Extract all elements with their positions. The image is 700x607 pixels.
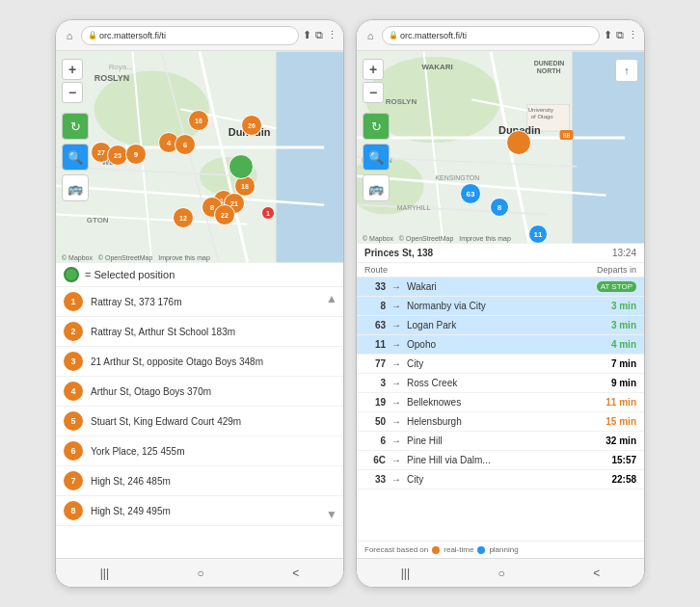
right-url-text: orc.mattersoft.fi/ti [400, 31, 467, 40]
marker-12: 12 [173, 207, 194, 228]
stop-number-1: 1 [64, 292, 83, 311]
current-time: 13:24 [612, 248, 636, 258]
right-share-icon[interactable]: ⬆ [604, 29, 612, 41]
stop-item-1[interactable]: 1 Rattray St, 373 176m [56, 287, 343, 317]
route-num-6: 6 [364, 435, 386, 446]
arrow-8: → [391, 301, 401, 311]
svg-text:KENSINGTON: KENSINGTON [435, 174, 479, 181]
route-num-19: 19 [364, 397, 386, 408]
nav-back-button[interactable]: ||| [100, 567, 109, 580]
right-search-tool-button[interactable]: 🔍 [363, 144, 390, 171]
right-url-bar[interactable]: 🔒 orc.mattersoft.fi/ti [382, 26, 600, 45]
stop-item-2[interactable]: 2 Rattray St, Arthur St School 183m [56, 317, 343, 347]
svg-text:GTON: GTON [87, 216, 109, 224]
zoom-in-button[interactable]: + [62, 59, 83, 80]
stop-item-3[interactable]: 3 21 Arthur St, opposite Otago Boys 348m [56, 347, 343, 377]
departure-row-6c[interactable]: 6C → Pine Hill via Dalm... 15:57 [357, 451, 644, 470]
right-map-zoom-controls: + − [363, 59, 384, 103]
selected-position-legend-icon [64, 267, 79, 282]
right-menu-icon[interactable]: ⋮ [628, 29, 638, 41]
right-zoom-in-button[interactable]: + [363, 59, 384, 80]
marker-8: 8 [490, 198, 509, 217]
dest-pine-hill: Pine Hill [407, 435, 602, 446]
departures-list: 33 → Wakari AT STOP 8 → Normanby via Cit… [357, 277, 644, 541]
sync-tool-button[interactable]: ↻ [62, 113, 89, 140]
right-tabs-icon[interactable]: ⧉ [616, 29, 624, 41]
departure-row-77[interactable]: 77 → City 7 min [357, 355, 644, 374]
marker-6: 6 [175, 134, 196, 155]
right-sync-tool-button[interactable]: ↻ [363, 113, 390, 140]
depart-mins-50: 15 min [606, 416, 636, 427]
departure-row-6[interactable]: 6 → Pine Hill 32 min [357, 432, 644, 451]
departure-row-11[interactable]: 11 → Opoho 4 min [357, 335, 644, 355]
dunedin-marker [506, 130, 531, 155]
dest-belleknowes: Belleknowes [407, 397, 602, 408]
right-bus-tool-button[interactable]: 🚌 [363, 174, 390, 201]
depart-mins-33-city: 22:58 [611, 474, 636, 485]
svg-text:NORTH: NORTH [537, 67, 561, 74]
share-icon[interactable]: ⬆ [303, 29, 311, 41]
bus-tool-button[interactable]: 🚌 [62, 174, 89, 201]
departure-row-63[interactable]: 63 → Logan Park 3 min [357, 316, 644, 335]
arrow-77: → [391, 358, 401, 369]
forecast-text: Forecast based on [364, 545, 428, 554]
route-num-11: 11 [364, 339, 386, 350]
right-nav-bar: ||| ○ < [357, 558, 644, 587]
departure-row-33-city[interactable]: 33 → City 22:58 [357, 470, 644, 489]
stop-item-4[interactable]: 4 Arthur St, Otago Boys 370m [56, 377, 343, 407]
stop-text-5: Stuart St, King Edward Court 429m [91, 416, 336, 427]
stop-number-4: 4 [64, 382, 83, 401]
svg-text:ROSLYN: ROSLYN [386, 97, 417, 106]
left-url-bar[interactable]: 🔒 orc.mattersoft.fi/ti [81, 26, 299, 45]
marker-red-1: 1 [261, 206, 275, 220]
marker-22: 22 [214, 204, 235, 225]
departure-row-8[interactable]: 8 → Normanby via City 3 min [357, 297, 644, 316]
right-zoom-out-button[interactable]: − [363, 82, 384, 103]
depart-mins-77: 7 min [611, 358, 636, 369]
marker-11: 11 [528, 224, 548, 244]
zoom-out-button[interactable]: − [62, 82, 83, 103]
stop-item-7[interactable]: 7 High St, 246 485m [56, 466, 343, 496]
locate-button[interactable]: ↑ [615, 59, 638, 82]
menu-icon[interactable]: ⋮ [327, 29, 337, 41]
arrow-6: → [391, 435, 401, 446]
stop-item-6[interactable]: 6 York Place, 125 455m [56, 436, 343, 466]
arrow-33-wakari: → [391, 281, 401, 292]
search-tool-button[interactable]: 🔍 [62, 144, 89, 171]
map-attribution: © Mapbox © OpenStreetMap Improve this ma… [62, 254, 210, 261]
arrow-3: → [391, 378, 401, 388]
right-nav-forward-button[interactable]: < [593, 567, 600, 580]
nav-forward-button[interactable]: < [292, 567, 299, 580]
arrow-63: → [391, 320, 401, 330]
map-zoom-controls: + − [62, 59, 83, 103]
stop-number-8: 8 [64, 501, 83, 520]
left-map: ROSLYN Dunedin WES GTON Roya... + − ↻ 🔍 … [56, 51, 343, 263]
svg-text:of Otago: of Otago [531, 114, 554, 119]
marker-63: 63 [460, 183, 481, 204]
right-nav-back-button[interactable]: ||| [401, 567, 410, 580]
departure-row-50[interactable]: 50 → Helensburgh 15 min [357, 412, 644, 432]
right-nav-home-button[interactable]: ○ [498, 567, 505, 580]
left-phone: ⌂ 🔒 orc.mattersoft.fi/ti ⬆ ⧉ ⋮ [55, 19, 344, 588]
scroll-down-arrow[interactable]: ▼ [326, 508, 337, 521]
stop-item-8[interactable]: 8 High St, 249 495m [56, 496, 343, 526]
route-num-8: 8 [364, 301, 386, 311]
right-home-icon[interactable]: ⌂ [363, 28, 378, 43]
planning-dot [477, 546, 485, 554]
map-tools: ↻ 🔍 🚌 [62, 113, 89, 201]
route-num-50: 50 [364, 416, 386, 427]
lock-icon: 🔒 [88, 31, 97, 40]
departure-row-3[interactable]: 3 → Ross Creek 9 min [357, 374, 644, 393]
right-lock-icon: 🔒 [389, 31, 398, 40]
stop-text-1: Rattray St, 373 176m [91, 297, 336, 307]
nav-home-button[interactable]: ○ [198, 567, 204, 580]
at-stop-badge: AT STOP [597, 281, 636, 292]
scroll-up-arrow[interactable]: ▲ [326, 292, 337, 305]
tabs-icon[interactable]: ⧉ [315, 29, 323, 41]
stop-item-5[interactable]: 5 Stuart St, King Edward Court 429m [56, 407, 343, 436]
home-icon[interactable]: ⌂ [62, 28, 77, 43]
departure-row-19[interactable]: 19 → Belleknowes 11 min [357, 393, 644, 412]
stop-name: Princes St, 138 [364, 248, 433, 258]
departure-row-33-wakari[interactable]: 33 → Wakari AT STOP [357, 277, 644, 297]
marker-26: 26 [241, 115, 262, 136]
